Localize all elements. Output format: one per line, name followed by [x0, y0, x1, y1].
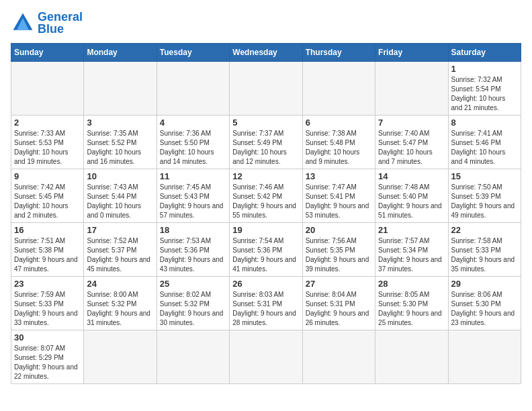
day-cell: 17Sunrise: 7:52 AM Sunset: 5:37 PM Dayli… — [84, 223, 157, 277]
day-number: 23 — [14, 279, 81, 289]
day-number: 18 — [160, 225, 226, 235]
day-number: 16 — [14, 225, 81, 235]
day-info: Sunrise: 7:53 AM Sunset: 5:36 PM Dayligh… — [160, 236, 226, 274]
col-header-sunday: Sunday — [11, 44, 84, 62]
day-number: 19 — [232, 225, 299, 235]
day-info: Sunrise: 7:38 AM Sunset: 5:48 PM Dayligh… — [306, 129, 372, 167]
logo-icon — [11, 11, 35, 35]
day-cell: 19Sunrise: 7:54 AM Sunset: 5:36 PM Dayli… — [230, 223, 302, 277]
day-cell: 26Sunrise: 8:03 AM Sunset: 5:31 PM Dayli… — [230, 277, 302, 330]
day-cell: 10Sunrise: 7:43 AM Sunset: 5:44 PM Dayli… — [84, 169, 157, 223]
day-info: Sunrise: 7:43 AM Sunset: 5:44 PM Dayligh… — [87, 183, 153, 220]
day-cell — [375, 62, 448, 116]
day-number: 3 — [87, 118, 153, 128]
day-info: Sunrise: 7:37 AM Sunset: 5:49 PM Dayligh… — [232, 129, 299, 167]
day-cell — [375, 330, 448, 384]
day-info: Sunrise: 8:05 AM Sunset: 5:30 PM Dayligh… — [378, 290, 445, 328]
logo: GeneralBlue — [11, 11, 83, 35]
day-info: Sunrise: 7:32 AM Sunset: 5:54 PM Dayligh… — [451, 75, 518, 113]
day-cell: 11Sunrise: 7:45 AM Sunset: 5:43 PM Dayli… — [157, 169, 229, 223]
day-cell: 8Sunrise: 7:41 AM Sunset: 5:46 PM Daylig… — [448, 116, 521, 169]
day-number: 30 — [14, 332, 81, 342]
day-number: 22 — [451, 225, 518, 235]
day-cell — [302, 62, 375, 116]
day-cell: 13Sunrise: 7:47 AM Sunset: 5:41 PM Dayli… — [302, 169, 375, 223]
day-cell — [11, 62, 84, 116]
day-info: Sunrise: 7:36 AM Sunset: 5:50 PM Dayligh… — [160, 129, 226, 167]
day-info: Sunrise: 7:42 AM Sunset: 5:45 PM Dayligh… — [14, 183, 81, 220]
day-info: Sunrise: 7:59 AM Sunset: 5:33 PM Dayligh… — [14, 290, 81, 328]
day-cell: 6Sunrise: 7:38 AM Sunset: 5:48 PM Daylig… — [302, 116, 375, 169]
day-cell: 5Sunrise: 7:37 AM Sunset: 5:49 PM Daylig… — [230, 116, 302, 169]
day-info: Sunrise: 7:46 AM Sunset: 5:42 PM Dayligh… — [232, 183, 299, 220]
col-header-monday: Monday — [84, 44, 157, 62]
week-row-5: 30Sunrise: 8:07 AM Sunset: 5:29 PM Dayli… — [11, 330, 521, 384]
day-number: 24 — [87, 279, 153, 289]
day-info: Sunrise: 7:33 AM Sunset: 5:53 PM Dayligh… — [14, 129, 81, 167]
day-number: 12 — [232, 171, 299, 181]
day-number: 26 — [232, 279, 299, 289]
day-info: Sunrise: 8:06 AM Sunset: 5:30 PM Dayligh… — [451, 290, 518, 328]
week-row-2: 9Sunrise: 7:42 AM Sunset: 5:45 PM Daylig… — [11, 169, 521, 223]
calendar-header-row: SundayMondayTuesdayWednesdayThursdayFrid… — [11, 44, 521, 62]
day-cell: 4Sunrise: 7:36 AM Sunset: 5:50 PM Daylig… — [157, 116, 229, 169]
day-info: Sunrise: 7:58 AM Sunset: 5:33 PM Dayligh… — [451, 236, 518, 274]
day-cell: 3Sunrise: 7:35 AM Sunset: 5:52 PM Daylig… — [84, 116, 157, 169]
day-info: Sunrise: 7:47 AM Sunset: 5:41 PM Dayligh… — [306, 183, 372, 220]
day-cell — [448, 330, 521, 384]
day-cell: 25Sunrise: 8:02 AM Sunset: 5:32 PM Dayli… — [157, 277, 229, 330]
day-info: Sunrise: 7:57 AM Sunset: 5:34 PM Dayligh… — [378, 236, 445, 274]
day-cell: 1Sunrise: 7:32 AM Sunset: 5:54 PM Daylig… — [448, 62, 521, 116]
day-info: Sunrise: 7:56 AM Sunset: 5:35 PM Dayligh… — [306, 236, 372, 274]
day-info: Sunrise: 7:54 AM Sunset: 5:36 PM Dayligh… — [232, 236, 299, 274]
week-row-1: 2Sunrise: 7:33 AM Sunset: 5:53 PM Daylig… — [11, 116, 521, 169]
day-info: Sunrise: 7:41 AM Sunset: 5:46 PM Dayligh… — [451, 129, 518, 167]
day-cell: 18Sunrise: 7:53 AM Sunset: 5:36 PM Dayli… — [157, 223, 229, 277]
day-cell: 28Sunrise: 8:05 AM Sunset: 5:30 PM Dayli… — [375, 277, 448, 330]
day-number: 14 — [378, 171, 445, 181]
day-cell — [230, 62, 302, 116]
week-row-3: 16Sunrise: 7:51 AM Sunset: 5:38 PM Dayli… — [11, 223, 521, 277]
day-cell: 21Sunrise: 7:57 AM Sunset: 5:34 PM Dayli… — [375, 223, 448, 277]
day-cell: 29Sunrise: 8:06 AM Sunset: 5:30 PM Dayli… — [448, 277, 521, 330]
day-number: 27 — [306, 279, 372, 289]
logo-text: GeneralBlue — [38, 11, 83, 35]
day-number: 10 — [87, 171, 153, 181]
day-number: 17 — [87, 225, 153, 235]
day-cell — [84, 62, 157, 116]
day-info: Sunrise: 7:35 AM Sunset: 5:52 PM Dayligh… — [87, 129, 153, 167]
day-info: Sunrise: 7:52 AM Sunset: 5:37 PM Dayligh… — [87, 236, 153, 274]
day-number: 5 — [232, 118, 299, 128]
col-header-thursday: Thursday — [302, 44, 375, 62]
day-number: 25 — [160, 279, 226, 289]
day-number: 1 — [451, 64, 518, 74]
day-number: 20 — [306, 225, 372, 235]
day-number: 29 — [451, 279, 518, 289]
col-header-friday: Friday — [375, 44, 448, 62]
day-cell: 14Sunrise: 7:48 AM Sunset: 5:40 PM Dayli… — [375, 169, 448, 223]
day-cell: 9Sunrise: 7:42 AM Sunset: 5:45 PM Daylig… — [11, 169, 84, 223]
day-number: 21 — [378, 225, 445, 235]
day-cell: 2Sunrise: 7:33 AM Sunset: 5:53 PM Daylig… — [11, 116, 84, 169]
day-info: Sunrise: 8:00 AM Sunset: 5:32 PM Dayligh… — [87, 290, 153, 328]
day-number: 15 — [451, 171, 518, 181]
week-row-4: 23Sunrise: 7:59 AM Sunset: 5:33 PM Dayli… — [11, 277, 521, 330]
day-cell — [302, 330, 375, 384]
day-info: Sunrise: 8:04 AM Sunset: 5:31 PM Dayligh… — [306, 290, 372, 328]
day-info: Sunrise: 7:40 AM Sunset: 5:47 PM Dayligh… — [378, 129, 445, 167]
day-number: 11 — [160, 171, 226, 181]
col-header-tuesday: Tuesday — [157, 44, 229, 62]
day-cell: 30Sunrise: 8:07 AM Sunset: 5:29 PM Dayli… — [11, 330, 84, 384]
calendar-body: 1Sunrise: 7:32 AM Sunset: 5:54 PM Daylig… — [11, 62, 521, 384]
day-number: 7 — [378, 118, 445, 128]
day-number: 6 — [306, 118, 372, 128]
day-number: 4 — [160, 118, 226, 128]
day-cell: 23Sunrise: 7:59 AM Sunset: 5:33 PM Dayli… — [11, 277, 84, 330]
week-row-0: 1Sunrise: 7:32 AM Sunset: 5:54 PM Daylig… — [11, 62, 521, 116]
day-number: 8 — [451, 118, 518, 128]
day-info: Sunrise: 8:07 AM Sunset: 5:29 PM Dayligh… — [14, 344, 81, 381]
col-header-saturday: Saturday — [448, 44, 521, 62]
day-cell — [157, 330, 229, 384]
day-cell: 27Sunrise: 8:04 AM Sunset: 5:31 PM Dayli… — [302, 277, 375, 330]
day-cell — [157, 62, 229, 116]
